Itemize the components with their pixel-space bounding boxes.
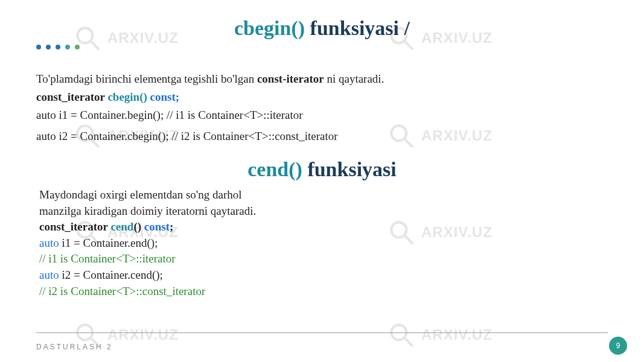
text-bold: const-iterator — [257, 72, 324, 85]
svg-line-1 — [91, 42, 99, 49]
svg-point-10 — [391, 222, 406, 237]
section1-code-line2: auto i2 = Container.cbegin(); // i2 is C… — [36, 130, 338, 143]
watermark: ARXIV.UZ — [386, 320, 493, 350]
decorative-dots — [36, 45, 80, 49]
watermark-text: ARXIV.UZ — [421, 326, 493, 343]
text-auto: auto — [39, 268, 59, 281]
section2-comment1: // i1 is Container<T>::iterator — [39, 251, 256, 267]
section1-description: To'plamdagi birinchi elementga tegishli … — [36, 72, 384, 86]
watermark: ARXIV.UZ — [386, 217, 493, 247]
section2-block: Maydondagi oxirgi elementdan so'ng darho… — [39, 187, 256, 299]
section2-code-line2: auto i2 = Container.cend(); — [39, 267, 256, 284]
watermark-text: ARXIV.UZ — [107, 326, 179, 343]
svg-line-7 — [405, 139, 413, 147]
section1-code-line1: auto i1 = Container.begin(); // i1 is Co… — [36, 109, 303, 122]
heading-cbegin: cbegin() funksiyasi / — [0, 17, 644, 40]
text-bold: () — [133, 220, 144, 233]
svg-line-15 — [405, 338, 413, 346]
dot-icon — [46, 45, 51, 49]
dot-icon — [75, 45, 80, 49]
heading-cend-suffix: funksiyasi — [307, 158, 396, 180]
section1-signature: const_iterator cbegin() const; — [36, 91, 179, 104]
text-blue: const; — [147, 91, 179, 103]
footer-title: DASTURLASH 2 — [36, 343, 113, 351]
text: i2 = Container.cend(); — [59, 268, 163, 281]
heading-cbegin-function: cbegin() — [234, 17, 305, 39]
dot-icon — [56, 45, 60, 49]
section2-signature: const_iterator cend() const; — [39, 219, 256, 235]
svg-line-11 — [405, 236, 413, 244]
svg-line-3 — [405, 42, 413, 49]
text: ni qaytaradi. — [324, 72, 384, 85]
text-blue: const — [144, 220, 170, 233]
heading-cbegin-suffix: funksiyasi / — [310, 17, 410, 39]
dot-icon — [36, 45, 41, 49]
text-teal: cbegin() — [107, 91, 147, 103]
text: i1 = Container.end(); — [59, 237, 158, 249]
section2-comment2: // i2 is Container<T>::const_iterator — [39, 284, 256, 300]
dot-icon — [65, 45, 70, 49]
watermark: ARXIV.UZ — [386, 121, 493, 151]
svg-point-6 — [391, 125, 406, 141]
watermark-text: ARXIV.UZ — [421, 224, 493, 241]
page-number-badge: 9 — [609, 337, 627, 355]
text-bold: const_iterator — [39, 220, 110, 233]
section2-desc-line1: Maydondagi oxirgi elementdan so'ng darho… — [39, 187, 256, 203]
text-bold: ; — [170, 220, 173, 233]
heading-cend: cend() funksiyasi — [0, 158, 644, 181]
watermark-text: ARXIV.UZ — [421, 127, 493, 144]
text: To'plamdagi birinchi elementga tegishli … — [36, 72, 257, 85]
footer-divider — [36, 332, 608, 333]
text-bold: const_iterator — [36, 91, 107, 103]
section2-code-line1: auto i1 = Container.end(); — [39, 235, 256, 252]
text-teal: cend — [110, 220, 133, 233]
heading-cend-function: cend() — [247, 158, 302, 180]
text-auto: auto — [39, 237, 59, 249]
section2-desc-line2: manzilga kiradigan doimiy iteratorni qay… — [39, 203, 256, 220]
